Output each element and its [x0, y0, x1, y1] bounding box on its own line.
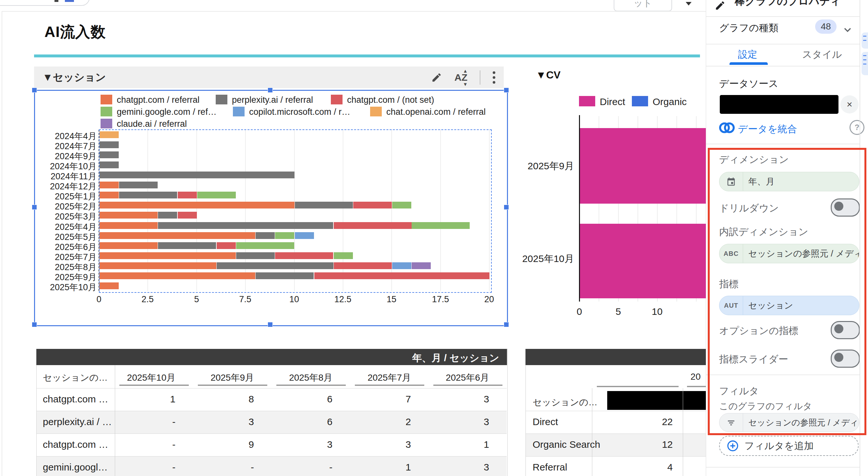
optional-metrics-label: オプションの指標	[719, 324, 798, 338]
cv-x-tick: 5	[605, 306, 631, 317]
left-table-col-header: セッションの…	[43, 372, 108, 384]
table-cell: 3	[429, 462, 489, 473]
edge-panel-button-1[interactable]	[862, 32, 868, 49]
plus-circle-icon	[727, 440, 739, 452]
selection-handle[interactable]	[32, 204, 37, 210]
table-cell: Organic Search	[533, 439, 600, 450]
left-table-col-header[interactable]: 2025年6月	[429, 372, 489, 384]
table-cell: perplexity.ai / …	[43, 416, 112, 427]
metric-slider-toggle[interactable]	[831, 350, 860, 368]
table-cell: -	[272, 462, 333, 473]
table-cell: 6	[272, 416, 333, 427]
cv-y-label: 2025年10月	[506, 252, 574, 265]
right-table-dim-header: セッションの…	[533, 396, 597, 409]
left-table-title-bar: 年、月 / セッション	[36, 349, 507, 365]
table-cell: 3	[429, 416, 489, 427]
remove-data-source-button[interactable]: ×	[840, 95, 859, 114]
table-cell: 1	[115, 394, 176, 405]
cv-bar-direct[interactable]	[580, 128, 707, 203]
panel-title: 棒グラフのプロパティ	[735, 0, 841, 8]
breakdown-chip-label: セッションの参照元 / メディア	[743, 248, 859, 259]
filter-section-label: フィルタ	[719, 385, 759, 398]
selection-handle[interactable]	[504, 88, 509, 93]
abc-field-icon: ABC	[719, 244, 743, 263]
col-header-underline	[355, 385, 424, 386]
table-cell: -	[115, 439, 176, 450]
col-header-underline	[119, 385, 189, 386]
table-cell: 3	[193, 416, 254, 427]
table-cell: 2	[350, 416, 411, 427]
metric-chip-label: セッション	[743, 299, 793, 311]
optional-metrics-toggle[interactable]	[831, 321, 860, 339]
table-cell: 3	[272, 439, 333, 450]
col-header-underline	[276, 385, 346, 386]
dimension-label: ディメンション	[719, 153, 789, 166]
properties-panel: 棒グラフのプロパティ グラフの種類 48 設定 スタイル データソース × デー…	[706, 0, 868, 476]
breakdown-dimension-chip[interactable]: ABC セッションの参照元 / メディア	[719, 244, 859, 263]
chart-filter-label: このグラフのフィルタ	[719, 400, 812, 412]
data-source-label: データソース	[719, 77, 778, 91]
blend-data-link[interactable]: データを統合	[738, 123, 797, 136]
panel-pencil-icon	[715, 0, 725, 11]
right-table-col-header[interactable]: 20	[662, 372, 701, 382]
tab-style[interactable]: スタイル	[802, 48, 842, 61]
table-cell: 9	[193, 439, 254, 450]
table-cell: 7	[350, 394, 411, 405]
help-icon[interactable]: ?	[849, 120, 864, 135]
cv-legend-label[interactable]: Direct	[600, 96, 625, 107]
table-cell: Referral	[533, 462, 567, 473]
table-cell: 6	[272, 394, 333, 405]
chart-type-label: グラフの種類	[719, 22, 778, 35]
selection-handle[interactable]	[504, 204, 509, 210]
table-cell: gemini.googl…	[43, 462, 108, 473]
data-source-chip-redacted[interactable]	[720, 95, 838, 114]
selection-handle[interactable]	[504, 322, 509, 327]
right-table-divider	[592, 388, 592, 476]
metric-slider-label: 指標スライダー	[719, 353, 788, 366]
app-root: ット AI流入数 ▼セッション AZ▲▼ chatgpt.com / refer…	[0, 0, 868, 476]
selection-handle[interactable]	[32, 322, 37, 327]
left-table-col-header[interactable]: 2025年10月	[115, 372, 176, 384]
dimension-chip-label: 年、月	[743, 176, 775, 187]
drilldown-label: ドリルダウン	[719, 202, 779, 215]
table-cell: 3	[350, 439, 411, 450]
table-cell: 12	[597, 439, 673, 450]
metric-chip[interactable]: AUT セッション	[719, 296, 859, 315]
add-filter-label: フィルタを追加	[744, 439, 814, 453]
left-table-col-header[interactable]: 2025年9月	[193, 372, 254, 384]
col-header-underline	[198, 385, 267, 386]
metric-label: 指標	[719, 278, 739, 291]
dimension-chip[interactable]: 年、月	[719, 172, 859, 191]
table-cell: -	[193, 462, 254, 473]
cv-x-tick: 10	[644, 306, 670, 317]
cv-legend-swatch[interactable]	[632, 96, 648, 106]
selection-handle[interactable]	[268, 88, 273, 93]
filter-chip[interactable]: セッションの参照元 / メディアフィ…	[719, 413, 859, 432]
col-header-underline	[433, 385, 502, 386]
cv-legend-label[interactable]: Organic	[653, 96, 687, 107]
tab-settings[interactable]: 設定	[738, 48, 757, 61]
selection-handle[interactable]	[268, 322, 273, 327]
session-chart-selection[interactable]	[34, 90, 508, 326]
chart-type-count-badge: 48	[815, 20, 837, 34]
table-cell: chatgpt.com …	[43, 439, 108, 450]
col-header-underline	[597, 386, 679, 387]
cv-chart-title: ▼CV	[536, 69, 560, 81]
calendar-icon	[719, 172, 743, 191]
right-table-divider	[683, 388, 683, 476]
chevron-down-icon[interactable]	[842, 24, 854, 36]
aut-field-icon: AUT	[719, 296, 743, 315]
drilldown-toggle[interactable]	[831, 198, 860, 217]
cv-bar-direct[interactable]	[580, 224, 707, 298]
edge-panel-button-2[interactable]	[862, 52, 868, 75]
cv-legend-swatch[interactable]	[579, 96, 595, 106]
table-cell: 8	[193, 394, 254, 405]
add-filter-button[interactable]: フィルタを追加	[719, 436, 859, 456]
table-cell: -	[115, 462, 176, 473]
selection-handle[interactable]	[32, 88, 37, 93]
left-table-col-header[interactable]: 2025年8月	[272, 372, 333, 384]
breakdown-dimension-label: 内訳ディメンション	[719, 225, 808, 239]
left-table-col-header[interactable]: 2025年7月	[350, 372, 411, 384]
table-cell: 22	[597, 416, 673, 427]
table-cell: 1	[429, 439, 489, 450]
